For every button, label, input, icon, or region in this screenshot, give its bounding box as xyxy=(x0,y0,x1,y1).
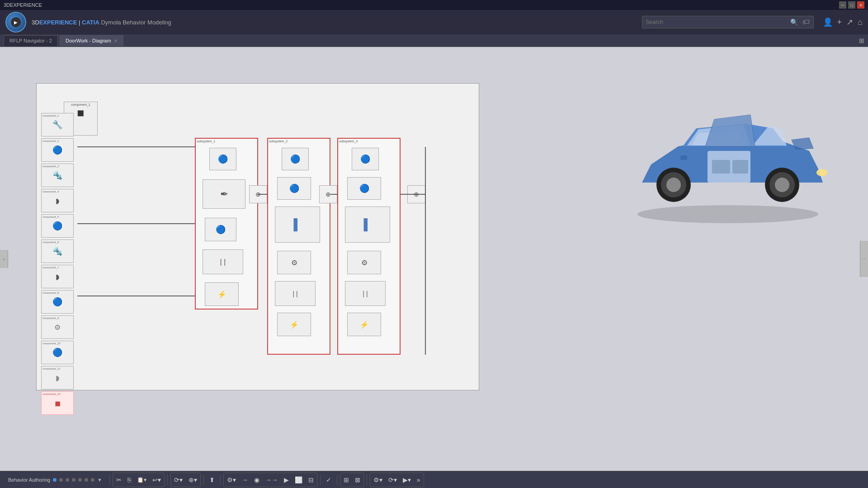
sub-left-comp1[interactable]: 🔵 xyxy=(209,148,236,170)
comp-item-3[interactable]: 🔩 component_3 xyxy=(41,164,74,187)
action-group-1: ⟳▾ ⊕▾ xyxy=(170,473,201,487)
connector-icon-node3: ⊕ xyxy=(414,191,419,198)
comp-label-12: component_12 xyxy=(42,393,61,395)
tag-icon[interactable]: 🏷 xyxy=(802,18,810,26)
tools-btn-4[interactable]: » xyxy=(414,474,423,486)
export-button[interactable]: ⬆ xyxy=(207,474,217,486)
toolbar-sep-5 xyxy=(320,474,321,485)
search-bar: 🔍 🏷 xyxy=(642,16,814,28)
comp-item-11[interactable]: ◗ component_11 xyxy=(41,366,74,389)
tab-rflp-label: RFLP Navigator - 2 xyxy=(9,38,52,43)
behavior-authoring-tab: Behavior Authoring ▼ xyxy=(4,477,107,483)
comp-item-5[interactable]: 🔵 component_5 xyxy=(41,214,74,238)
user-icon[interactable]: 👤 xyxy=(823,17,833,27)
add-icon[interactable]: + xyxy=(837,18,842,27)
comp-icon-6: 🔩 xyxy=(52,246,62,256)
side-arrow-left[interactable]: › xyxy=(0,250,8,268)
sim-btn-2[interactable]: → xyxy=(239,474,251,486)
sub-right-icon5: | | xyxy=(363,290,368,297)
sub-right-icon4: ⚙ xyxy=(361,258,368,267)
app-title: 3DEXPERIENCE | CATIA Dymola Behavior Mod… xyxy=(32,19,171,26)
comp-item-7[interactable]: ◗ component_7 xyxy=(41,265,74,288)
sub-left-comp2[interactable]: ✒ xyxy=(203,179,245,209)
sub-mid-comp6[interactable]: ⚡ xyxy=(277,313,311,336)
minimize-button[interactable]: ─ xyxy=(839,1,846,9)
sim-btn-3[interactable]: ◉ xyxy=(251,474,262,486)
action-btn-1[interactable]: ⟳▾ xyxy=(171,474,185,486)
sub-right-comp6[interactable]: ⚡ xyxy=(347,313,381,336)
sub-mid-comp2[interactable]: 🔵 xyxy=(277,177,311,200)
comp-label-2: component_2 xyxy=(42,140,59,142)
subsystem-box-mid: subsystem_2 🔵 🔵 ▌ ⚙ | | ⚡ xyxy=(267,138,330,355)
sub-mid-comp5[interactable]: | | xyxy=(275,281,316,306)
tools-btn-2[interactable]: ⟳▾ xyxy=(386,474,400,486)
search-icon[interactable]: 🔍 xyxy=(790,19,798,26)
tab-rflp[interactable]: RFLP Navigator - 2 xyxy=(4,35,58,46)
tools-btn-1[interactable]: ⚙▾ xyxy=(371,474,385,486)
sub-left-icon2: ✒ xyxy=(220,188,228,200)
comp-label-3: component_3 xyxy=(42,165,59,168)
comp-item-12[interactable]: ◼ component_12 xyxy=(41,391,74,415)
car-3d-model xyxy=(615,92,841,250)
toolbar-sep-1 xyxy=(109,474,110,485)
search-input[interactable] xyxy=(646,19,788,25)
tab-expand-icon[interactable]: ⊞ xyxy=(859,37,864,44)
validate-button[interactable]: ✓ xyxy=(323,474,334,486)
comp-item-2[interactable]: 🔵 component_2 xyxy=(41,138,74,162)
copy-button[interactable]: ⎘ xyxy=(125,474,134,486)
comp-label-7: component_7 xyxy=(42,266,59,269)
sub-mid-comp3[interactable]: ▌ xyxy=(275,206,320,243)
sub-left-comp4[interactable]: | | xyxy=(203,249,243,274)
side-arrow-right[interactable]: ⋮ xyxy=(860,241,868,277)
view-btn-2[interactable]: ⊠ xyxy=(352,474,363,486)
comp-item-8[interactable]: 🔵 component_8 xyxy=(41,290,74,314)
comp-item-10[interactable]: 🔵 component_10 xyxy=(41,341,74,364)
dot-5 xyxy=(78,478,82,482)
sub-right-comp5[interactable]: | | xyxy=(345,281,386,306)
sim-btn-1[interactable]: ⚙▾ xyxy=(224,474,239,486)
sim-btn-5[interactable]: ▶ xyxy=(281,474,292,486)
sub-right-comp4[interactable]: ⚙ xyxy=(347,251,381,274)
view-btn-1[interactable]: ⊞ xyxy=(341,474,352,486)
subsystem-right-label: subsystem_3 xyxy=(338,139,400,144)
maximize-button[interactable]: □ xyxy=(848,1,855,9)
comp-label-10: component_10 xyxy=(42,342,61,345)
connector-node-2: ⊕ xyxy=(319,185,337,203)
home-icon[interactable]: ⌂ xyxy=(858,18,863,27)
sub-left-comp3[interactable]: 🔵 xyxy=(205,218,236,241)
sub-right-icon6: ⚡ xyxy=(360,320,369,329)
sub-mid-comp1[interactable]: 🔵 xyxy=(282,148,309,170)
sub-right-comp2[interactable]: 🔵 xyxy=(347,177,381,200)
comp-label-4: component_4 xyxy=(42,190,59,193)
cut-button[interactable]: ✂ xyxy=(113,474,124,486)
comp-item-9[interactable]: ⚙ component_9 xyxy=(41,315,74,339)
toolbar-sep-7 xyxy=(367,474,367,485)
comp-icon-12: ◼ xyxy=(55,399,61,408)
sub-left-icon3: 🔵 xyxy=(216,225,226,235)
action-btn-2[interactable]: ⊕▾ xyxy=(186,474,200,486)
undo-button[interactable]: ↩▾ xyxy=(150,474,164,486)
tools-btn-3[interactable]: ▶▾ xyxy=(400,474,414,486)
sim-btn-6[interactable]: ⬜ xyxy=(292,474,305,486)
comp-item-6[interactable]: 🔩 component_6 xyxy=(41,239,74,263)
close-button[interactable]: ✕ xyxy=(857,1,864,9)
open-door-window xyxy=(705,115,755,146)
share-icon[interactable]: ↗ xyxy=(846,17,853,27)
subsystem-box-right: subsystem_3 🔵 🔵 ▌ ⚙ | | ⚡ xyxy=(337,138,401,355)
tab-doorwork[interactable]: DoorWork - Diagram ✕ xyxy=(60,35,123,46)
subsystem-mid-label: subsystem_2 xyxy=(268,139,330,144)
comp-item-4[interactable]: ◗ component_4 xyxy=(41,189,74,212)
dot-4 xyxy=(72,478,75,482)
sim-btn-4[interactable]: →→ xyxy=(263,474,281,486)
sim-btn-7[interactable]: ⊟ xyxy=(306,474,316,486)
sub-right-comp1[interactable]: 🔵 xyxy=(352,148,379,170)
play-button[interactable]: ▶ xyxy=(11,17,21,27)
headlight xyxy=(816,169,827,176)
sub-mid-comp4[interactable]: ⚙ xyxy=(277,251,311,274)
sub-right-comp3[interactable]: ▌ xyxy=(345,206,390,243)
sub-left-comp5[interactable]: ⚡ xyxy=(205,282,239,306)
paste-button[interactable]: 📋▾ xyxy=(134,474,149,486)
comp-item-1[interactable]: 🔧 component_1 xyxy=(41,113,74,136)
tab-doorwork-close[interactable]: ✕ xyxy=(114,38,118,43)
behavior-chevron[interactable]: ▼ xyxy=(97,477,102,483)
